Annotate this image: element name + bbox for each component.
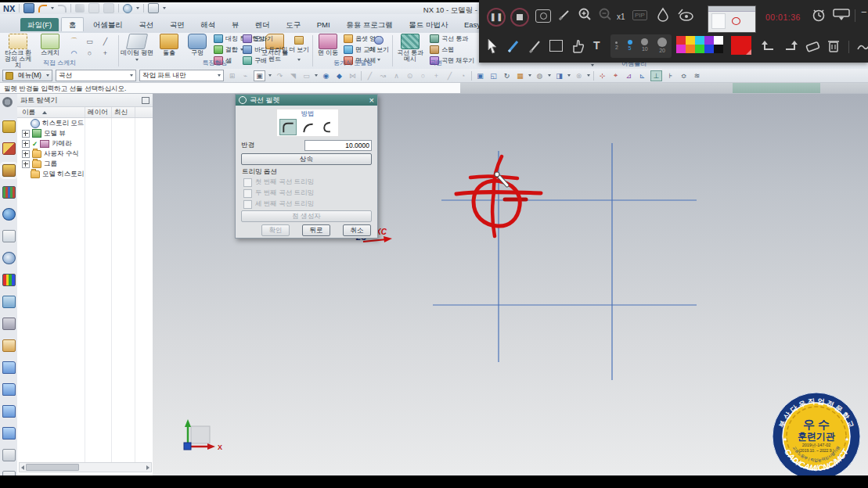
window-dropdown-icon[interactable] [163,7,166,9]
constraint-icon-6[interactable]: ⊦ [665,71,675,81]
point-snap-line-icon[interactable]: ╱ [365,71,375,81]
constraint-icon-2[interactable]: ⌖ [610,71,621,81]
color-blue[interactable] [704,45,714,53]
tab-tools[interactable]: 도구 [279,18,308,31]
through-curve-mesh-button[interactable]: 곡선 통과 메시 [394,34,427,60]
back-button[interactable]: 뒤로 [302,224,330,236]
toolbar-pin-icon[interactable] [833,9,850,21]
view-cube-icon[interactable]: ◨ [554,71,564,81]
snap-icon-2[interactable]: ⌁ [240,71,250,81]
resource-settings-icon[interactable] [2,97,13,107]
scrollbar-thumb[interactable] [26,464,79,471]
more-dropdown-icon[interactable] [377,59,380,61]
history-clock-icon[interactable] [2,252,16,264]
undo-annotation-icon[interactable] [761,39,776,53]
column-name[interactable]: 이름 [22,108,35,117]
point-snap-center-icon[interactable]: ⊙ [405,71,415,81]
show-cursor-icon[interactable] [676,8,695,22]
eraser-icon[interactable] [805,38,822,54]
fillet-method-3-button[interactable] [319,120,335,135]
radius-input[interactable] [304,140,372,151]
color-orange[interactable] [686,45,695,53]
window-menu-icon[interactable] [148,3,159,13]
constraint-icon-5-active[interactable]: ⊥ [650,70,662,81]
datum-plane-button[interactable]: 데이텀 평면 [120,34,154,60]
view-dropdown-icon[interactable] [528,74,531,77]
arc-tool-icon[interactable]: ◠ [69,48,79,58]
annotation-pen-icon[interactable] [2,296,16,308]
cut-icon[interactable] [75,4,85,13]
constraint-icon-7[interactable]: ≎ [679,71,689,81]
assembly-navigator-icon[interactable] [2,120,16,133]
color-white[interactable] [714,36,723,45]
folder-icon-1[interactable] [2,361,16,374]
zoom-in-icon[interactable] [578,7,593,23]
draft-button[interactable]: 구배 [243,56,267,65]
point-tool-icon[interactable]: + [100,48,110,58]
web-browser-icon[interactable] [2,208,16,221]
studio-spline-icon[interactable]: ⌒ [69,37,79,46]
current-color-swatch[interactable] [731,36,751,55]
size-2-option[interactable]: 2 [615,38,618,58]
view-orient-icon[interactable]: ↻ [502,71,512,81]
folder-icon-4[interactable] [2,427,16,440]
point-snap-curve-icon[interactable]: ↝ [378,71,388,81]
clear-all-trash-icon[interactable] [827,37,841,54]
color-black[interactable] [714,45,723,53]
panel-icon-1[interactable] [2,449,16,461]
undo-icon[interactable] [38,5,47,13]
size-20-option[interactable]: 20 [657,38,667,58]
through-curves-button[interactable]: 곡선 통과 [430,34,468,43]
trim-third-curve-checkbox[interactable]: 세 번째 곡선 트리밍 [243,199,314,209]
snap-icon-9[interactable]: ⋈ [348,71,358,81]
stop-recording-icon[interactable] [510,8,529,27]
part-navigator-icon[interactable] [2,164,16,177]
unite-button[interactable]: 결합 [214,45,243,54]
tab-application[interactable]: 응용 프로그램 [339,18,400,31]
zoom-out-icon[interactable] [598,7,614,23]
fillet-method-1-button[interactable] [280,120,296,135]
color-yellow[interactable] [686,36,695,45]
synchronous-more-button[interactable]: 더 보기 [368,36,390,63]
view-window-icon[interactable]: ▣ [475,71,485,81]
scroll-right-icon[interactable] [146,465,149,470]
folder-icon-3[interactable] [2,405,16,418]
ok-button[interactable]: 확인 [261,224,290,236]
hole-button[interactable]: 구멍 [184,34,211,60]
ink-drop-icon[interactable] [656,7,670,23]
size-5-option-selected[interactable]: 5 [628,38,632,58]
copy-icon[interactable] [88,3,99,13]
fillet-method-2-button[interactable] [300,120,315,135]
redo-icon[interactable] [58,5,67,13]
circle-tool-icon[interactable]: ○ [85,48,95,58]
feature-more-button[interactable]: 더 보기 [288,36,310,63]
view-shade-icon[interactable]: ▦ [515,71,525,81]
constraint-icon-4[interactable]: ⊾ [637,71,647,81]
view-cube-dropdown-icon[interactable] [567,74,571,77]
save-icon[interactable] [23,3,34,13]
column-layer[interactable]: 레이어 [88,108,108,117]
image-viewer-icon[interactable] [2,339,16,352]
view-extra-dropdown-icon[interactable] [587,74,590,77]
process-studio-icon[interactable] [2,318,16,330]
tab-pmi[interactable]: PMI [310,18,337,31]
cancel-button[interactable]: 취소 [343,224,371,236]
expander-icon[interactable] [22,150,30,158]
freehand-annotation-icon[interactable] [856,38,868,54]
color-red[interactable] [676,36,686,45]
dialog-titlebar[interactable]: 곡선 필렛 × [236,95,377,106]
trim-second-curve-checkbox[interactable]: 두 번째 곡선 트리밍 [243,188,314,198]
command-dropdown-icon[interactable] [136,7,139,9]
point-snap-tangent-icon[interactable]: ╱ [445,71,455,81]
size-10-option[interactable]: 10 [641,38,648,58]
rectangle-tool-icon[interactable]: ▭ [85,37,95,46]
trim-body-button[interactable]: 바디 트리밍 [243,45,287,54]
menu-button[interactable]: 메뉴(M) [2,70,52,81]
snap-icon-6[interactable]: ▭ [301,71,312,81]
expander-icon[interactable] [22,140,30,148]
highlighter-tool-icon[interactable] [528,38,543,55]
folder-icon-2[interactable] [2,383,16,396]
inherit-button[interactable]: 상속 [241,153,372,165]
select-cursor-icon[interactable] [485,38,499,55]
view-fit-icon[interactable]: ◱ [488,71,499,81]
